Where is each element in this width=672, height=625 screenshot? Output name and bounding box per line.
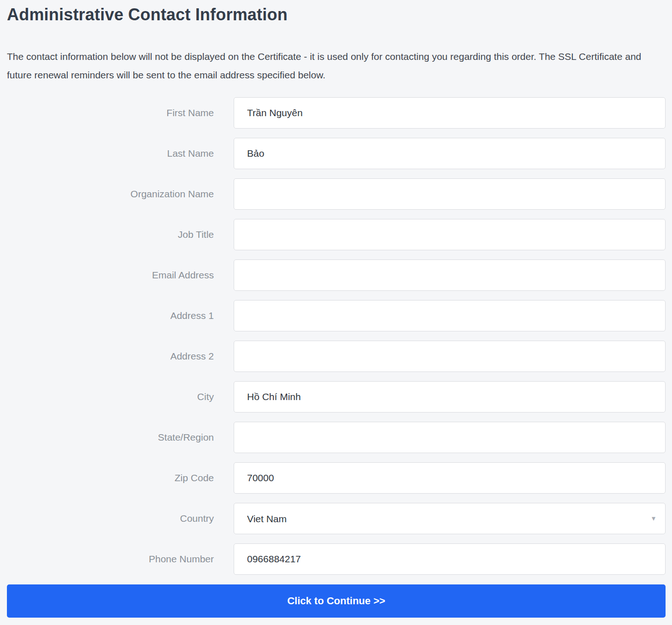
country-control: Viet Nam ▾ — [234, 503, 666, 534]
last-name-label: Last Name — [7, 148, 214, 159]
email-address-input[interactable] — [234, 259, 666, 291]
address-1-control — [234, 300, 666, 331]
admin-contact-page: Administrative Contact Information The c… — [0, 0, 672, 625]
email-address-label: Email Address — [7, 270, 214, 281]
country-select[interactable]: Viet Nam — [234, 503, 666, 534]
form-row-organization-name: Organization Name — [7, 178, 666, 210]
state-region-input[interactable] — [234, 422, 666, 453]
address-1-label: Address 1 — [7, 310, 214, 321]
zip-code-input[interactable] — [234, 462, 666, 494]
form-row-first-name: First Name — [7, 97, 666, 129]
zip-code-label: Zip Code — [7, 472, 214, 483]
continue-button[interactable]: Click to Continue >> — [7, 584, 666, 618]
form-row-country: Country Viet Nam ▾ — [7, 503, 666, 534]
last-name-input[interactable] — [234, 138, 666, 169]
job-title-input[interactable] — [234, 219, 666, 250]
phone-number-label: Phone Number — [7, 554, 214, 565]
address-2-input[interactable] — [234, 341, 666, 372]
form-row-job-title: Job Title — [7, 219, 666, 250]
organization-name-input[interactable] — [234, 178, 666, 210]
phone-number-input[interactable] — [234, 543, 666, 575]
zip-code-control — [234, 462, 666, 494]
city-input[interactable] — [234, 381, 666, 413]
first-name-input[interactable] — [234, 97, 666, 129]
form-row-phone-number: Phone Number — [7, 543, 666, 575]
form-row-email-address: Email Address — [7, 259, 666, 291]
form-row-state-region: State/Region — [7, 422, 666, 453]
form-row-address-2: Address 2 — [7, 341, 666, 372]
page-description: The contact information below will not b… — [7, 47, 666, 84]
form-row-last-name: Last Name — [7, 138, 666, 169]
address-2-label: Address 2 — [7, 351, 214, 362]
state-region-control — [234, 422, 666, 453]
email-address-control — [234, 259, 666, 291]
job-title-control — [234, 219, 666, 250]
last-name-control — [234, 138, 666, 169]
form-row-zip-code: Zip Code — [7, 462, 666, 494]
address-2-control — [234, 341, 666, 372]
organization-name-label: Organization Name — [7, 189, 214, 200]
job-title-label: Job Title — [7, 229, 214, 240]
form-row-address-1: Address 1 — [7, 300, 666, 331]
state-region-label: State/Region — [7, 432, 214, 443]
address-1-input[interactable] — [234, 300, 666, 331]
admin-contact-form: First Name Last Name Organization Name J… — [7, 97, 666, 618]
city-label: City — [7, 391, 214, 402]
first-name-control — [234, 97, 666, 129]
country-label: Country — [7, 513, 214, 524]
phone-number-control — [234, 543, 666, 575]
city-control — [234, 381, 666, 413]
organization-name-control — [234, 178, 666, 210]
form-row-city: City — [7, 381, 666, 413]
page-title: Administrative Contact Information — [7, 5, 666, 25]
first-name-label: First Name — [7, 107, 214, 118]
